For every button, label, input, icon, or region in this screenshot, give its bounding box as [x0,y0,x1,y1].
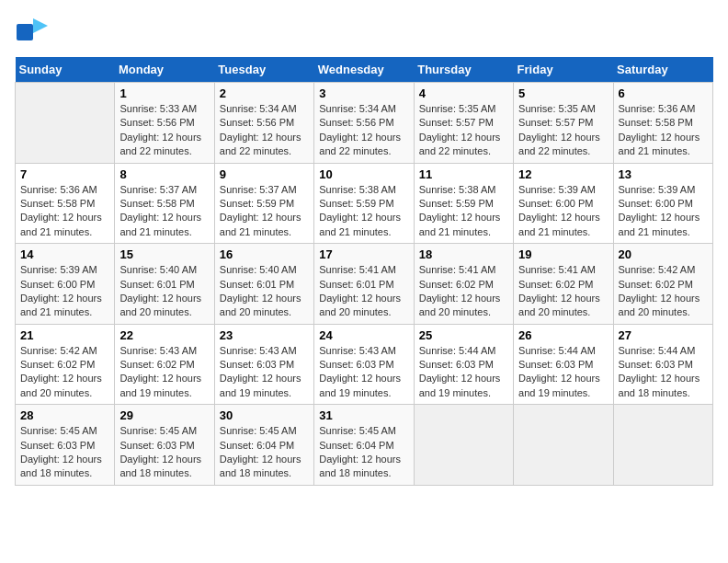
svg-marker-1 [33,18,48,33]
calendar-cell: 7Sunrise: 5:36 AMSunset: 5:58 PMDaylight… [16,163,115,244]
day-info: Sunrise: 5:34 AMSunset: 5:56 PMDaylight:… [319,102,408,159]
day-number: 12 [518,167,608,181]
calendar-cell: 28Sunrise: 5:45 AMSunset: 6:03 PMDayligh… [16,405,115,486]
day-info: Sunrise: 5:36 AMSunset: 5:58 PMDaylight:… [619,102,708,159]
week-row-2: 14Sunrise: 5:39 AMSunset: 6:00 PMDayligh… [16,244,713,325]
calendar-cell: 1Sunrise: 5:33 AMSunset: 5:56 PMDaylight… [115,83,214,164]
week-row-3: 21Sunrise: 5:42 AMSunset: 6:02 PMDayligh… [16,324,713,405]
day-number: 9 [220,167,309,181]
calendar-cell [514,405,613,486]
svg-rect-0 [17,24,33,40]
header-sunday: Sunday [16,57,115,83]
calendar-cell [613,405,712,486]
day-number: 10 [319,167,408,181]
week-row-1: 7Sunrise: 5:36 AMSunset: 5:58 PMDaylight… [16,163,713,244]
day-info: Sunrise: 5:35 AMSunset: 5:57 PMDaylight:… [419,102,508,159]
day-number: 13 [619,167,708,181]
day-number: 20 [619,247,708,261]
day-info: Sunrise: 5:41 AMSunset: 6:02 PMDaylight:… [518,263,608,320]
calendar-cell: 3Sunrise: 5:34 AMSunset: 5:56 PMDaylight… [314,83,414,164]
day-number: 23 [220,328,309,342]
day-number: 5 [518,86,608,100]
day-info: Sunrise: 5:41 AMSunset: 6:01 PMDaylight:… [319,263,408,320]
day-number: 17 [319,247,408,261]
day-info: Sunrise: 5:42 AMSunset: 6:02 PMDaylight:… [20,344,109,401]
day-info: Sunrise: 5:34 AMSunset: 5:56 PMDaylight:… [220,102,309,159]
day-number: 31 [319,408,408,422]
calendar-cell: 17Sunrise: 5:41 AMSunset: 6:01 PMDayligh… [314,244,414,325]
calendar-cell: 14Sunrise: 5:39 AMSunset: 6:00 PMDayligh… [16,244,115,325]
calendar-cell: 29Sunrise: 5:45 AMSunset: 6:03 PMDayligh… [115,405,214,486]
day-number: 22 [119,328,209,342]
day-number: 18 [419,247,508,261]
day-info: Sunrise: 5:38 AMSunset: 5:59 PMDaylight:… [419,183,508,240]
day-number: 27 [619,328,708,342]
calendar-cell [16,83,115,164]
calendar-cell: 9Sunrise: 5:37 AMSunset: 5:59 PMDaylight… [214,163,313,244]
calendar-cell: 23Sunrise: 5:43 AMSunset: 6:03 PMDayligh… [214,324,313,405]
day-info: Sunrise: 5:43 AMSunset: 6:02 PMDaylight:… [119,344,209,401]
calendar-cell: 22Sunrise: 5:43 AMSunset: 6:02 PMDayligh… [115,324,214,405]
day-info: Sunrise: 5:43 AMSunset: 6:03 PMDaylight:… [319,344,408,401]
calendar-cell: 8Sunrise: 5:37 AMSunset: 5:58 PMDaylight… [115,163,214,244]
header-monday: Monday [115,57,214,83]
day-number: 28 [20,408,109,422]
header-saturday: Saturday [613,57,712,83]
calendar-cell: 11Sunrise: 5:38 AMSunset: 5:59 PMDayligh… [414,163,513,244]
day-number: 2 [220,86,309,100]
page-header [15,15,713,48]
day-info: Sunrise: 5:40 AMSunset: 6:01 PMDaylight:… [220,263,309,320]
header-friday: Friday [514,57,613,83]
logo [15,15,51,48]
day-number: 8 [119,167,209,181]
calendar-cell: 30Sunrise: 5:45 AMSunset: 6:04 PMDayligh… [214,405,313,486]
calendar-cell: 13Sunrise: 5:39 AMSunset: 6:00 PMDayligh… [613,163,712,244]
calendar-cell: 4Sunrise: 5:35 AMSunset: 5:57 PMDaylight… [414,83,513,164]
day-info: Sunrise: 5:39 AMSunset: 6:00 PMDaylight:… [619,183,708,240]
day-number: 11 [419,167,508,181]
header-thursday: Thursday [414,57,513,83]
header-tuesday: Tuesday [214,57,313,83]
day-info: Sunrise: 5:43 AMSunset: 6:03 PMDaylight:… [220,344,309,401]
day-number: 19 [518,247,608,261]
day-info: Sunrise: 5:39 AMSunset: 6:00 PMDaylight:… [20,263,109,320]
day-info: Sunrise: 5:45 AMSunset: 6:04 PMDaylight:… [319,424,408,481]
day-info: Sunrise: 5:33 AMSunset: 5:56 PMDaylight:… [119,102,209,159]
day-number: 16 [220,247,309,261]
day-info: Sunrise: 5:35 AMSunset: 5:57 PMDaylight:… [518,102,608,159]
day-info: Sunrise: 5:45 AMSunset: 6:04 PMDaylight:… [220,424,309,481]
day-info: Sunrise: 5:40 AMSunset: 6:01 PMDaylight:… [119,263,209,320]
header-wednesday: Wednesday [314,57,414,83]
day-info: Sunrise: 5:37 AMSunset: 5:59 PMDaylight:… [220,183,309,240]
calendar-cell [414,405,513,486]
day-number: 6 [619,86,708,100]
calendar-cell: 15Sunrise: 5:40 AMSunset: 6:01 PMDayligh… [115,244,214,325]
calendar-cell: 20Sunrise: 5:42 AMSunset: 6:02 PMDayligh… [613,244,712,325]
day-number: 25 [419,328,508,342]
calendar-cell: 27Sunrise: 5:44 AMSunset: 6:03 PMDayligh… [613,324,712,405]
day-number: 26 [518,328,608,342]
calendar-cell: 19Sunrise: 5:41 AMSunset: 6:02 PMDayligh… [514,244,613,325]
day-number: 7 [20,167,109,181]
day-info: Sunrise: 5:38 AMSunset: 5:59 PMDaylight:… [319,183,408,240]
day-number: 30 [220,408,309,422]
calendar-cell: 6Sunrise: 5:36 AMSunset: 5:58 PMDaylight… [613,83,712,164]
day-info: Sunrise: 5:45 AMSunset: 6:03 PMDaylight:… [20,424,109,481]
day-info: Sunrise: 5:37 AMSunset: 5:58 PMDaylight:… [119,183,209,240]
day-info: Sunrise: 5:44 AMSunset: 6:03 PMDaylight:… [518,344,608,401]
calendar-header-row: SundayMondayTuesdayWednesdayThursdayFrid… [16,57,713,83]
calendar-cell: 12Sunrise: 5:39 AMSunset: 6:00 PMDayligh… [514,163,613,244]
week-row-4: 28Sunrise: 5:45 AMSunset: 6:03 PMDayligh… [16,405,713,486]
day-number: 15 [119,247,209,261]
day-number: 24 [319,328,408,342]
day-info: Sunrise: 5:45 AMSunset: 6:03 PMDaylight:… [119,424,209,481]
calendar-cell: 24Sunrise: 5:43 AMSunset: 6:03 PMDayligh… [314,324,414,405]
day-number: 21 [20,328,109,342]
day-info: Sunrise: 5:39 AMSunset: 6:00 PMDaylight:… [518,183,608,240]
calendar-cell: 31Sunrise: 5:45 AMSunset: 6:04 PMDayligh… [314,405,414,486]
calendar-cell: 2Sunrise: 5:34 AMSunset: 5:56 PMDaylight… [214,83,313,164]
day-number: 4 [419,86,508,100]
day-info: Sunrise: 5:41 AMSunset: 6:02 PMDaylight:… [419,263,508,320]
calendar-table: SundayMondayTuesdayWednesdayThursdayFrid… [15,57,713,486]
day-number: 1 [119,86,209,100]
